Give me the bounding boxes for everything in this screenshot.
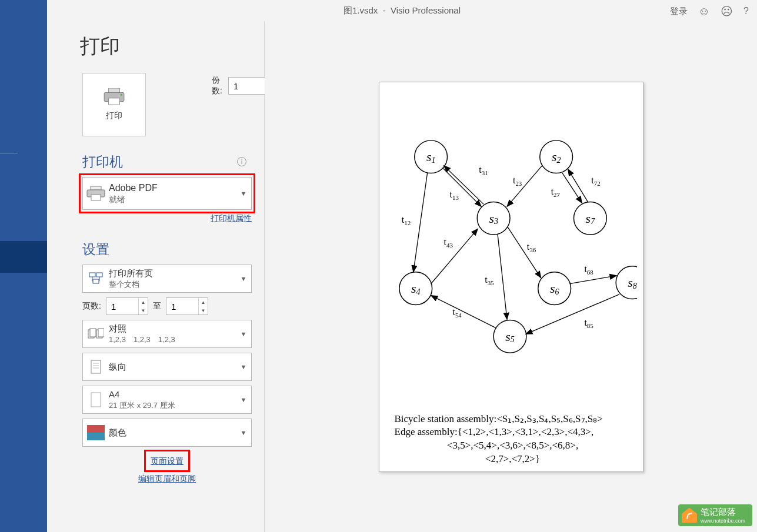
smile-icon[interactable]: ☺	[698, 5, 710, 18]
page-setup-link[interactable]: 页面设置	[151, 456, 184, 466]
printer-status: 就绪	[109, 194, 236, 205]
svg-rect-17	[98, 329, 104, 337]
print-button-label: 打印	[106, 111, 122, 121]
paper-icon	[83, 392, 109, 408]
print-preview: s1 s2 s3 s4 s5 s6 s7 s8	[265, 21, 757, 532]
svg-line-50	[525, 294, 619, 334]
svg-line-40	[442, 168, 481, 206]
watermark: 笔记部落 www.notetribe.com	[678, 504, 752, 526]
scope-icon	[83, 272, 109, 286]
svg-rect-0	[109, 88, 120, 93]
pages-label: 页数:	[82, 301, 101, 312]
svg-text:t43: t43	[443, 237, 453, 249]
svg-text:t12: t12	[401, 215, 410, 226]
svg-line-39	[413, 172, 427, 272]
watermark-text: 笔记部落	[701, 507, 745, 518]
printer-select[interactable]: Adobe PDF 就绪 ▼	[82, 177, 252, 210]
printer-icon	[103, 88, 125, 106]
page-from-stepper[interactable]: ▲▼	[106, 297, 148, 315]
svg-text:t85: t85	[584, 317, 593, 329]
svg-rect-2	[109, 98, 120, 105]
svg-rect-8	[96, 273, 102, 277]
rail-divider	[0, 153, 18, 153]
svg-line-46	[498, 235, 507, 319]
info-icon[interactable]: i	[237, 157, 246, 166]
chevron-down-icon: ▼	[236, 396, 251, 403]
printer-name: Adobe PDF	[109, 182, 236, 195]
svg-line-49	[569, 275, 616, 283]
color-swatch-icon	[87, 425, 105, 440]
titlebar: 图1.vsdx - Visio Professional 登录 ☺ ☹ ?	[47, 0, 757, 21]
svg-text:t68: t68	[584, 263, 593, 275]
watermark-sub: www.notetribe.com	[701, 518, 745, 524]
frown-icon[interactable]: ☹	[721, 4, 733, 18]
backstage-rail[interactable]	[0, 0, 47, 532]
svg-rect-6	[91, 195, 101, 200]
doc-name: 图1.vsdx	[344, 5, 378, 15]
svg-rect-9	[93, 279, 99, 283]
page-from-input[interactable]	[106, 298, 138, 314]
chevron-down-icon: ▼	[236, 363, 251, 370]
svg-rect-7	[89, 273, 95, 277]
svg-rect-4	[91, 186, 101, 190]
svg-text:t27: t27	[551, 186, 560, 198]
svg-line-45	[431, 229, 478, 284]
color-select[interactable]: 颜色 ▼	[82, 419, 252, 447]
svg-point-3	[121, 94, 122, 96]
collate-icon	[83, 327, 109, 340]
svg-line-48	[431, 295, 496, 328]
rail-selected-item[interactable]	[0, 241, 47, 273]
paper-size-select[interactable]: A4 21 厘米 x 29.7 厘米 ▼	[82, 386, 252, 414]
copies-label: 份数:	[212, 75, 222, 96]
orientation-select[interactable]: 纵向 ▼	[82, 353, 252, 381]
diagram: s1 s2 s3 s4 s5 s6 s7 s8	[385, 125, 637, 477]
svg-line-42	[507, 165, 542, 206]
svg-text:t31: t31	[479, 164, 488, 176]
print-panel: 打印 打印 份数: ▲▼ 打印机 i	[47, 21, 265, 532]
svg-line-47	[508, 227, 541, 278]
chevron-down-icon: ▼	[236, 429, 251, 436]
preview-page: s1 s2 s3 s4 s5 s6 s7 s8	[379, 82, 643, 472]
printer-section-heading: 打印机	[82, 153, 248, 171]
print-scope-select[interactable]: 打印所有页 整个文档 ▼	[82, 265, 252, 293]
app-name: Visio Professional	[391, 5, 461, 15]
svg-text:t23: t23	[512, 175, 522, 186]
print-button[interactable]: 打印	[82, 73, 146, 136]
collate-select[interactable]: 对照 1,2,3 1,2,3 1,2,3 ▼	[82, 320, 252, 348]
svg-text:t13: t13	[449, 189, 459, 201]
header-footer-link[interactable]: 编辑页眉和页脚	[138, 474, 196, 483]
orientation-icon	[83, 359, 109, 374]
settings-section-heading: 设置	[82, 240, 248, 259]
svg-rect-15	[90, 329, 96, 337]
chevron-down-icon: ▼	[236, 330, 251, 337]
svg-text:t35: t35	[485, 274, 494, 286]
login-link[interactable]: 登录	[670, 6, 688, 17]
page-title: 打印	[80, 33, 248, 60]
pages-to-label: 至	[153, 301, 161, 312]
help-icon[interactable]: ?	[743, 6, 749, 16]
page-to-stepper[interactable]: ▲▼	[166, 297, 208, 315]
window-title: 图1.vsdx - Visio Professional	[47, 5, 757, 16]
svg-text:t72: t72	[591, 175, 600, 186]
svg-text:t36: t36	[526, 241, 536, 253]
house-icon	[682, 508, 697, 523]
svg-rect-22	[91, 393, 101, 407]
printer-device-icon	[83, 185, 109, 202]
chevron-down-icon: ▼	[236, 190, 251, 197]
chevron-down-icon: ▼	[236, 275, 251, 282]
page-to-input[interactable]	[166, 298, 198, 314]
printer-properties-link[interactable]: 打印机属性	[211, 213, 252, 223]
svg-rect-18	[91, 360, 101, 373]
diagram-description: Bicycle station assembly:<S₁,S₂,S₃,S₄,S₅…	[395, 413, 631, 467]
